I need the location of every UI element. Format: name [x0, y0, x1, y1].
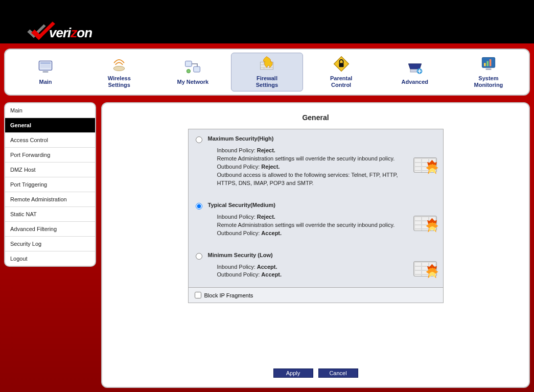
cancel-button[interactable]: Cancel	[318, 368, 358, 378]
svg-rect-15	[484, 63, 486, 66]
svg-rect-3	[40, 66, 51, 67]
brand-name-mid: z	[71, 25, 77, 40]
scanner-plus-icon	[405, 58, 425, 77]
svg-rect-16	[486, 61, 489, 66]
chart-monitor-icon	[479, 55, 498, 73]
security-description: Inbound Policy: Accept.Outbound Policy: …	[208, 263, 405, 280]
wireless-icon	[109, 55, 129, 73]
svg-rect-18	[486, 68, 492, 70]
sidebar-item-access[interactable]: Access Control	[5, 133, 95, 148]
nav-firewall[interactable]: Firewall Settings	[231, 53, 303, 91]
check-icon	[20, 20, 47, 41]
sidebar-item-dmz[interactable]: DMZ Host	[5, 163, 95, 177]
sidebar-item-remote[interactable]: Remote Administration	[5, 192, 95, 207]
action-buttons: Apply Cancel	[117, 356, 515, 378]
apply-button[interactable]: Apply	[273, 368, 313, 378]
nav-label: My Network	[177, 79, 208, 85]
sidebar-item-main[interactable]: Main	[5, 103, 95, 118]
nav-mynetwork[interactable]: My Network	[157, 53, 228, 91]
security-row-low: Minimum Security (Low)Inbound Policy: Ac…	[189, 246, 443, 288]
sidebar-item-logout[interactable]: Logout	[5, 251, 95, 266]
security-title: Maximum Security(High)	[208, 135, 405, 142]
svg-rect-1	[40, 62, 51, 64]
firewall-icon	[413, 261, 437, 279]
svg-rect-17	[490, 59, 492, 66]
sidebar: MainGeneralAccess ControlPort Forwarding…	[4, 102, 96, 267]
sidebar-item-seclog[interactable]: Security Log	[5, 237, 95, 251]
svg-point-5	[113, 66, 125, 71]
firewall-icon	[413, 157, 437, 175]
svg-rect-6	[185, 61, 192, 66]
network-icon	[183, 58, 202, 77]
nav-label: System Monitoring	[474, 75, 503, 88]
sidebar-item-porttrig[interactable]: Port Triggering	[5, 177, 95, 192]
top-navigation: MainWireless SettingsMy NetworkFirewall …	[4, 49, 530, 96]
sidebar-item-portfwd[interactable]: Port Forwarding	[5, 148, 95, 163]
block-ip-fragments-row: Block IP Fragments	[189, 287, 443, 303]
block-ip-fragments-checkbox[interactable]	[195, 292, 201, 298]
svg-rect-2	[40, 64, 51, 65]
nav-monitoring[interactable]: System Monitoring	[453, 53, 524, 91]
monitor-icon	[36, 58, 55, 77]
svg-rect-7	[194, 66, 200, 72]
nav-label: Main	[39, 79, 52, 85]
block-ip-fragments-label: Block IP Fragments	[204, 292, 253, 298]
security-level-table: Maximum Security(High)Inbound Policy: Re…	[188, 129, 444, 303]
brand-name: verizon	[49, 25, 92, 41]
nav-label: Advanced	[401, 79, 428, 85]
security-title: Minimum Security (Low)	[208, 252, 405, 258]
security-row-medium: Typical Security(Medium)Inbound Policy: …	[189, 196, 443, 246]
firewall-icon	[257, 55, 276, 73]
security-radio-low[interactable]	[196, 253, 202, 260]
brand-logo: verizon	[20, 20, 92, 41]
nav-main[interactable]: Main	[10, 53, 81, 91]
nav-label: Firewall Settings	[256, 75, 278, 88]
security-radio-medium[interactable]	[196, 203, 202, 210]
nav-label: Parental Control	[330, 75, 352, 88]
nav-parental[interactable]: Parental Control	[306, 53, 377, 91]
lock-diamond-icon	[332, 55, 351, 73]
nav-label: Wireless Settings	[108, 75, 131, 88]
nav-advanced[interactable]: Advanced	[380, 53, 450, 91]
brand-name-pre: veri	[49, 25, 71, 40]
firewall-icon	[413, 216, 437, 233]
security-radio-high[interactable]	[196, 136, 202, 143]
security-description: Inbound Policy: Reject.Remote Administra…	[208, 213, 405, 238]
svg-point-8	[187, 69, 191, 73]
sidebar-item-advfilt[interactable]: Advanced Filtering	[5, 222, 95, 237]
main-panel: General Maximum Security(High)Inbound Po…	[101, 102, 530, 388]
svg-rect-11	[339, 63, 343, 67]
sidebar-item-general[interactable]: General	[5, 118, 95, 133]
security-title: Typical Security(Medium)	[208, 202, 405, 208]
page-title: General	[117, 113, 515, 122]
security-description: Inbound Policy: Reject.Remote Administra…	[208, 147, 405, 188]
nav-wireless[interactable]: Wireless Settings	[84, 53, 154, 91]
security-row-high: Maximum Security(High)Inbound Policy: Re…	[189, 129, 443, 196]
brand-name-post: on	[77, 25, 92, 40]
sidebar-item-snat[interactable]: Static NAT	[5, 207, 95, 222]
svg-rect-4	[43, 71, 49, 73]
